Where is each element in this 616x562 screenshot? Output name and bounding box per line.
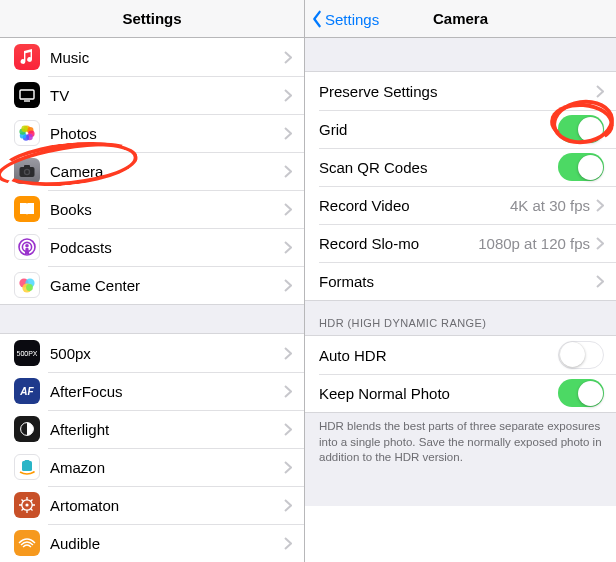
row-label: Books [50, 201, 284, 218]
camera-icon [14, 158, 40, 184]
audible-icon [14, 530, 40, 556]
500px-icon: 500PX [14, 340, 40, 366]
preserve-settings-row[interactable]: Preserve Settings [305, 72, 616, 110]
settings-row-photos[interactable]: Photos [0, 114, 304, 152]
settings-row-podcasts[interactable]: Podcasts [0, 228, 304, 266]
record-video-label: Record Video [319, 197, 510, 214]
row-label: Photos [50, 125, 284, 142]
svg-point-9 [21, 126, 27, 132]
auto-hdr-row: Auto HDR [305, 336, 616, 374]
amazon-icon [14, 454, 40, 480]
settings-row-audible[interactable]: Audible [0, 524, 304, 562]
settings-row-artomaton[interactable]: Artomaton [0, 486, 304, 524]
settings-row-afterlight[interactable]: Afterlight [0, 410, 304, 448]
chevron-right-icon [284, 89, 292, 102]
chevron-right-icon [284, 347, 292, 360]
grid-row: Grid [305, 110, 616, 148]
record-video-value: 4K at 30 fps [510, 197, 590, 214]
keep-normal-row: Keep Normal Photo [305, 374, 616, 412]
settings-pane: Settings MusicTV PhotosCameraBooksPodcas… [0, 0, 305, 562]
svg-point-13 [25, 170, 29, 174]
row-label: Amazon [50, 459, 284, 476]
settings-row-books[interactable]: Books [0, 190, 304, 228]
afterlight-icon [14, 416, 40, 442]
svg-rect-11 [24, 165, 30, 168]
row-label: Audible [50, 535, 284, 552]
svg-rect-0 [20, 90, 34, 99]
hdr-header-label: HDR (HIGH DYNAMIC RANGE) [319, 317, 486, 329]
record-slomo-label: Record Slo-mo [319, 235, 478, 252]
grid-toggle[interactable] [558, 115, 604, 143]
chevron-right-icon [284, 203, 292, 216]
scan-qr-toggle[interactable] [558, 153, 604, 181]
svg-point-27 [25, 503, 28, 506]
settings-row-amazon[interactable]: Amazon [0, 448, 304, 486]
row-label: Music [50, 49, 284, 66]
row-label: 500px [50, 345, 284, 362]
settings-title: Settings [122, 10, 181, 27]
chevron-right-icon [284, 499, 292, 512]
settings-row-afterfocus[interactable]: AFAfterFocus [0, 372, 304, 410]
scan-qr-row: Scan QR Codes [305, 148, 616, 186]
chevron-right-icon [284, 537, 292, 550]
auto-hdr-toggle[interactable] [558, 341, 604, 369]
chevron-right-icon [284, 279, 292, 292]
back-label: Settings [325, 11, 379, 28]
auto-hdr-label: Auto HDR [319, 347, 558, 364]
keep-normal-label: Keep Normal Photo [319, 385, 558, 402]
afterfocus-icon: AF [14, 378, 40, 404]
settings-row-tv[interactable]: TV [0, 76, 304, 114]
svg-point-16 [25, 244, 29, 248]
hdr-header: HDR (HIGH DYNAMIC RANGE) [305, 300, 616, 336]
row-label: Artomaton [50, 497, 284, 514]
record-slomo-row[interactable]: Record Slo-mo 1080p at 120 fps [305, 224, 616, 262]
artomaton-icon [14, 492, 40, 518]
grid-label: Grid [319, 121, 558, 138]
record-video-row[interactable]: Record Video 4K at 30 fps [305, 186, 616, 224]
chevron-right-icon [284, 385, 292, 398]
formats-label: Formats [319, 273, 596, 290]
formats-row[interactable]: Formats [305, 262, 616, 300]
row-label: Afterlight [50, 421, 284, 438]
back-button[interactable]: Settings [311, 0, 379, 38]
tv-icon [14, 82, 40, 108]
svg-text:AF: AF [19, 386, 34, 397]
keep-normal-toggle[interactable] [558, 379, 604, 407]
spacer [305, 38, 616, 72]
row-label: TV [50, 87, 284, 104]
row-label: Camera [50, 163, 284, 180]
scan-qr-label: Scan QR Codes [319, 159, 558, 176]
camera-pane: Settings Camera Preserve Settings Grid S… [305, 0, 616, 562]
chevron-left-icon [311, 10, 323, 28]
camera-title: Camera [433, 10, 488, 27]
chevron-right-icon [596, 275, 604, 288]
preserve-settings-label: Preserve Settings [319, 83, 596, 100]
chevron-right-icon [284, 51, 292, 64]
chevron-right-icon [284, 461, 292, 474]
photos-icon [14, 120, 40, 146]
chevron-right-icon [596, 199, 604, 212]
music-icon [14, 44, 40, 70]
chevron-right-icon [596, 237, 604, 250]
row-label: Podcasts [50, 239, 284, 256]
chevron-right-icon [284, 127, 292, 140]
chevron-right-icon [284, 241, 292, 254]
svg-text:500PX: 500PX [17, 350, 37, 357]
row-label: AfterFocus [50, 383, 284, 400]
camera-navbar: Settings Camera [305, 0, 616, 38]
group-divider [0, 304, 304, 334]
books-icon [14, 196, 40, 222]
settings-navbar: Settings [0, 0, 304, 38]
hdr-footnote: HDR blends the best parts of three separ… [305, 412, 616, 506]
podcasts-icon [14, 234, 40, 260]
gamecenter-icon [14, 272, 40, 298]
settings-row-gamecenter[interactable]: Game Center [0, 266, 304, 304]
settings-row-camera[interactable]: Camera [0, 152, 304, 190]
settings-row-500px[interactable]: 500PX500px [0, 334, 304, 372]
record-slomo-value: 1080p at 120 fps [478, 235, 590, 252]
chevron-right-icon [284, 165, 292, 178]
chevron-right-icon [284, 423, 292, 436]
svg-point-20 [26, 284, 33, 291]
settings-row-music[interactable]: Music [0, 38, 304, 76]
row-label: Game Center [50, 277, 284, 294]
